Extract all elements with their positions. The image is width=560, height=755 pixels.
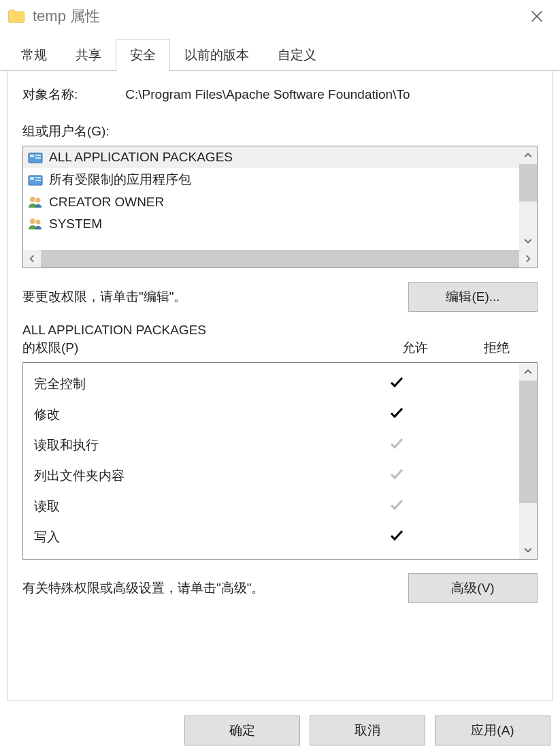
title-bar: temp 属性 [0,0,560,33]
perm-name: 读取和执行 [34,436,356,454]
check-icon [356,435,438,455]
tab-previous-versions[interactable]: 以前的版本 [170,39,263,71]
scroll-right-icon[interactable] [519,250,537,268]
package-icon [27,149,44,165]
scroll-down-icon[interactable] [519,541,537,559]
perm-row: 读取和执行 [34,430,519,460]
dialog-buttons: 确定 取消 应用(A) [184,716,550,745]
scroll-thumb[interactable] [519,381,537,503]
package-icon [27,172,44,188]
group-item[interactable]: SYSTEM [23,213,537,235]
svg-rect-5 [30,177,34,180]
cancel-button[interactable]: 取消 [310,716,425,745]
apply-button[interactable]: 应用(A) [435,716,550,745]
svg-rect-1 [30,155,34,157]
svg-rect-2 [35,155,41,156]
perm-name: 写入 [34,528,356,546]
group-item-label: CREATOR OWNER [49,195,164,210]
group-item-label: ALL APPLICATION PACKAGES [49,150,233,165]
groups-hscrollbar[interactable] [23,250,537,268]
scroll-down-icon[interactable] [519,232,537,250]
window-title: temp 属性 [33,6,100,27]
object-name-label: 对象名称: [22,86,78,103]
perm-name: 列出文件夹内容 [34,467,356,485]
tab-general[interactable]: 常规 [7,39,61,71]
edit-hint: 要更改权限，请单击"编辑"。 [22,288,408,306]
groups-listbox[interactable]: ALL APPLICATION PACKAGES 所有受限制的应用程序包 CRE… [22,146,538,268]
group-item[interactable]: ALL APPLICATION PACKAGES [23,146,537,168]
scroll-left-icon[interactable] [23,250,41,268]
perm-row: 完全控制 [34,368,519,399]
group-item-label: SYSTEM [49,216,102,231]
group-item-label: 所有受限制的应用程序包 [49,171,191,189]
check-icon [356,496,438,516]
svg-point-10 [30,219,35,224]
scroll-thumb[interactable] [519,164,537,202]
check-icon [356,374,438,393]
tab-customize[interactable]: 自定义 [263,39,331,71]
close-button[interactable] [521,0,553,33]
permissions-listbox[interactable]: 完全控制 修改 读取和执行 列出文件夹内容 读取 [22,362,538,560]
perm-row: 列出文件夹内容 [34,460,519,491]
svg-rect-6 [35,177,41,178]
perm-name: 修改 [34,406,356,423]
users-icon [27,194,44,210]
svg-rect-3 [35,157,41,159]
perm-row: 读取 [34,491,519,521]
check-icon [356,404,438,424]
tab-bar: 常规 共享 安全 以前的版本 自定义 [0,38,560,71]
object-name-value: C:\Program Files\Apache Software Foundat… [125,87,538,102]
permissions-vscrollbar[interactable] [519,363,537,559]
users-icon [27,216,44,232]
group-item[interactable]: CREATOR OWNER [23,191,537,213]
check-icon [356,466,438,485]
perm-row: 写入 [34,521,519,552]
tab-content: 对象名称: C:\Program Files\Apache Software F… [7,71,553,701]
permissions-suffix: 的权限(P) [22,339,374,357]
perm-name: 完全控制 [34,375,356,393]
tab-security[interactable]: 安全 [116,39,170,71]
perm-row: 修改 [34,399,519,430]
svg-rect-7 [35,180,41,181]
svg-point-9 [36,198,41,203]
advanced-button[interactable]: 高级(V) [408,573,538,603]
scroll-thumb[interactable] [41,250,519,268]
tab-sharing[interactable]: 共享 [61,39,116,71]
col-allow: 允许 [374,339,456,357]
perm-name: 读取 [34,498,356,515]
scroll-up-icon[interactable] [519,146,537,164]
folder-icon [7,7,26,26]
permissions-for-label: ALL APPLICATION PACKAGES [22,323,538,338]
advanced-hint: 有关特殊权限或高级设置，请单击"高级"。 [22,579,408,597]
groups-label: 组或用户名(G): [22,123,538,140]
svg-point-11 [36,220,41,225]
check-icon [356,527,438,547]
groups-vscrollbar[interactable] [519,146,537,250]
col-deny: 拒绝 [456,339,538,357]
group-item[interactable]: 所有受限制的应用程序包 [23,168,537,191]
edit-button[interactable]: 编辑(E)... [408,282,538,312]
svg-point-8 [30,197,35,202]
ok-button[interactable]: 确定 [184,716,300,745]
scroll-up-icon[interactable] [519,363,537,381]
